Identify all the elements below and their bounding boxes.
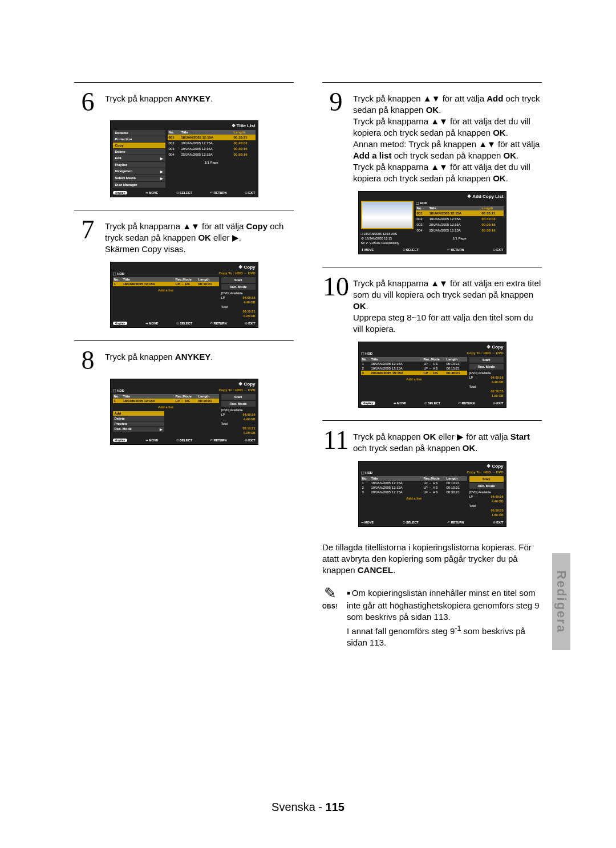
menu-item[interactable]: Playlist	[113, 162, 165, 168]
step-text: Tryck på knappen ▲▼ för att välja Add oc…	[353, 91, 542, 184]
step-11: 11 Tryck på knappen OK eller ▶ för att v…	[322, 429, 542, 454]
submenu-delete[interactable]: Delete	[113, 416, 164, 421]
add-a-list[interactable]: Add a list	[113, 289, 219, 292]
right-column: 9 Tryck på knappen ▲▼ för att välja Add …	[322, 74, 542, 648]
step-7: 7 Tryck på knapparna ▲▼ för att välja Co…	[74, 218, 294, 255]
anykey-icon: Anykey	[113, 191, 128, 194]
section-tab-label: Redigera	[554, 570, 569, 633]
screen-add-copy-list: Add Copy List □ 18/JAN/2005 12:15 AVS ⏱ …	[358, 191, 506, 254]
step-8: 8 Tryck på knappen ANYKEY.	[74, 349, 294, 372]
submenu-preview[interactable]: Preview	[113, 421, 164, 426]
step-text: Tryck på knapparna ▲▼ för att välja en e…	[353, 275, 542, 335]
left-column: 6 Tryck på knappen ANYKEY. Title List Re…	[74, 74, 294, 648]
step-number: 8	[74, 349, 102, 372]
page-footer: Svenska - 115	[0, 801, 616, 814]
step-number: 10	[322, 275, 350, 298]
screen-copy-start: Copy ⬚ HDDCopy To : HDD → DVD No.TitleRe…	[358, 461, 506, 527]
submenu-recmode[interactable]: Rec. Mode▶	[113, 427, 164, 432]
step-6: 6 Tryck på knappen ANYKEY.	[74, 91, 294, 113]
note-text: Om kopieringslistan innehåller minst en …	[347, 587, 542, 648]
note-icon: ✎	[322, 587, 338, 599]
note-label: OBS!	[322, 601, 338, 612]
menu-item[interactable]: Edit▶	[113, 155, 165, 161]
menu-item[interactable]: Protection	[113, 136, 165, 142]
start-button[interactable]: Start	[469, 476, 504, 482]
step-text: Tryck på knappen ANYKEY.	[105, 91, 213, 104]
step-text: Tryck på knapparna ▲▼ för att välja Copy…	[105, 218, 294, 255]
screen-copy-3: Copy ⬚ HDDCopy To : HDD → DVD No.TitleRe…	[358, 342, 506, 408]
context-menu: Rename Protection Copy Delete Edit▶ Play…	[113, 130, 165, 188]
page-indicator: 1/1 Page	[168, 161, 256, 164]
preview-thumbnail	[361, 201, 414, 229]
section-tab: Redigera	[552, 553, 570, 650]
step-number: 7	[74, 218, 102, 241]
menu-item[interactable]: Delete	[113, 149, 165, 155]
submenu-add[interactable]: Add	[113, 411, 164, 416]
step-text: Tryck på knappen OK eller ▶ för att välj…	[353, 429, 542, 454]
start-button[interactable]: Start	[221, 277, 256, 283]
availability-info: [DVD] Available LP04:00:16 4.40 GB Total…	[221, 291, 256, 318]
recmode-button[interactable]: Rec. Mode	[221, 284, 256, 290]
screen-title: Title List	[113, 123, 256, 128]
screen-copy-1: Copy ⬚ HDDCopy To : HDD → DVD No.TitleRe…	[110, 262, 258, 328]
screen-title: Copy	[113, 265, 256, 270]
screen-footer: Anykey ⬌ MOVE ⊙ SELECT ↶ RETURN ⊖ EXIT	[113, 190, 256, 196]
step-text: Tryck på knappen ANYKEY.	[105, 349, 213, 363]
step-number: 6	[74, 91, 102, 113]
after-step-11: De tillagda titellistorna i kopieringsli…	[322, 539, 542, 576]
menu-item[interactable]: Select Media▶	[113, 175, 165, 181]
menu-item[interactable]: Disc Manager	[113, 182, 165, 188]
menu-item[interactable]: Navigation▶	[113, 168, 165, 175]
note-box: ✎ OBS! Om kopieringslistan innehåller mi…	[322, 587, 542, 648]
menu-item-copy[interactable]: Copy	[113, 143, 165, 148]
step-9: 9 Tryck på knappen ▲▼ för att välja Add …	[322, 91, 542, 184]
screen-copy-anykey: Copy ⬚ HDDCopy To : HDD → DVD No.TitleRe…	[110, 379, 258, 445]
step-10: 10 Tryck på knapparna ▲▼ för att välja e…	[322, 275, 542, 335]
step-number: 11	[322, 429, 350, 452]
menu-item[interactable]: Rename	[113, 130, 165, 136]
step-number: 9	[322, 91, 350, 113]
screen-title-list: Title List Rename Protection Copy Delete…	[110, 120, 258, 197]
manual-page: Redigera 6 Tryck på knappen ANYKEY. Titl…	[0, 0, 616, 848]
